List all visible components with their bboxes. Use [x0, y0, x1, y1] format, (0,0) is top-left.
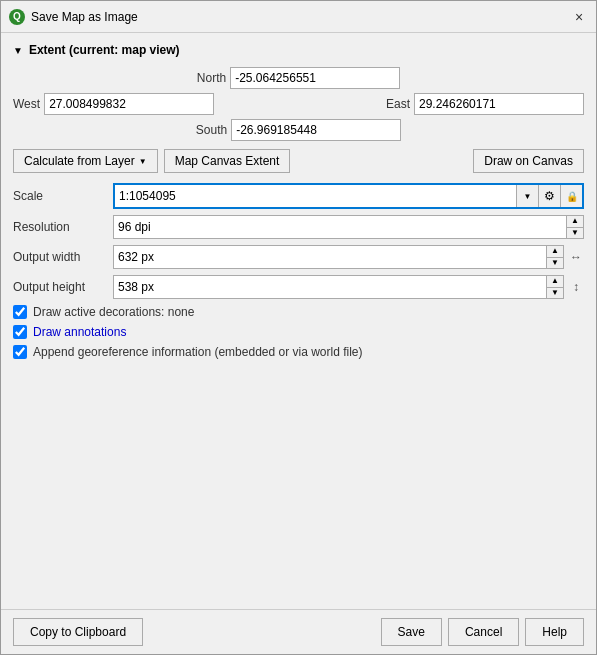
calculate-dropdown-arrow: ▼ — [139, 157, 147, 166]
output-height-up-button[interactable]: ▲ — [547, 276, 563, 287]
output-height-down-button[interactable]: ▼ — [547, 287, 563, 299]
scale-lock-button[interactable]: 🔒 — [560, 185, 582, 207]
east-label: East — [386, 97, 410, 111]
save-button[interactable]: Save — [381, 618, 442, 646]
extent-buttons-row: Calculate from Layer ▼ Map Canvas Extent… — [13, 149, 584, 173]
resolution-input[interactable] — [114, 216, 567, 238]
scale-row: Scale ▼ ⚙ 🔒 — [13, 183, 584, 209]
resolution-spinbox: ▲ ▼ — [113, 215, 584, 239]
output-width-down-button[interactable]: ▼ — [547, 257, 563, 269]
draw-decorations-row: Draw active decorations: none — [13, 305, 584, 319]
save-map-dialog: Q Save Map as Image × ▼ Extent (current:… — [0, 0, 597, 655]
app-icon: Q — [9, 9, 25, 25]
scale-extra-button[interactable]: ⚙ — [538, 185, 560, 207]
resolution-spin-buttons: ▲ ▼ — [567, 216, 583, 238]
dialog-content: ▼ Extent (current: map view) North West … — [1, 33, 596, 609]
resolution-down-button[interactable]: ▼ — [567, 227, 583, 239]
output-width-row: Output width ▲ ▼ ↔ — [13, 245, 584, 269]
output-height-input[interactable] — [114, 276, 547, 298]
scale-input[interactable] — [115, 185, 516, 207]
copy-clipboard-button[interactable]: Copy to Clipboard — [13, 618, 143, 646]
west-input[interactable] — [44, 93, 214, 115]
scale-dropdown-button[interactable]: ▼ — [516, 185, 538, 207]
west-group: West — [13, 93, 214, 115]
calculate-from-layer-button[interactable]: Calculate from Layer ▼ — [13, 149, 158, 173]
dialog-footer: Copy to Clipboard Save Cancel Help — [1, 609, 596, 654]
extent-section-header: ▼ Extent (current: map view) — [13, 43, 584, 57]
north-input[interactable] — [230, 67, 400, 89]
south-row: South — [13, 119, 584, 141]
dialog-title: Save Map as Image — [31, 10, 564, 24]
scale-label: Scale — [13, 189, 113, 203]
scale-dropdown-icon: ▼ — [524, 192, 532, 201]
output-height-label: Output height — [13, 280, 113, 294]
south-input[interactable] — [231, 119, 401, 141]
close-button[interactable]: × — [570, 8, 588, 26]
help-button[interactable]: Help — [525, 618, 584, 646]
draw-annotations-row: Draw annotations — [13, 325, 584, 339]
height-lock-icon[interactable]: ↕ — [568, 276, 584, 298]
west-label: West — [13, 97, 40, 111]
draw-on-canvas-button[interactable]: Draw on Canvas — [473, 149, 584, 173]
draw-decorations-label: Draw active decorations: none — [33, 305, 194, 319]
collapse-arrow[interactable]: ▼ — [13, 45, 23, 56]
output-width-input[interactable] — [114, 246, 547, 268]
output-width-label: Output width — [13, 250, 113, 264]
output-height-row: Output height ▲ ▼ ↕ — [13, 275, 584, 299]
append-georeference-checkbox[interactable] — [13, 345, 27, 359]
draw-decorations-checkbox[interactable] — [13, 305, 27, 319]
south-label: South — [196, 123, 227, 137]
cancel-button[interactable]: Cancel — [448, 618, 519, 646]
append-georeference-row: Append georeference information (embedde… — [13, 345, 584, 359]
resolution-row: Resolution ▲ ▼ — [13, 215, 584, 239]
scale-select-container: ▼ ⚙ 🔒 — [113, 183, 584, 209]
east-group: East — [386, 93, 584, 115]
west-east-row: West East — [13, 93, 584, 115]
scale-lock-icon: 🔒 — [566, 191, 578, 202]
east-input[interactable] — [414, 93, 584, 115]
resolution-up-button[interactable]: ▲ — [567, 216, 583, 227]
map-canvas-extent-button[interactable]: Map Canvas Extent — [164, 149, 291, 173]
draw-annotations-label: Draw annotations — [33, 325, 126, 339]
scale-gear-icon: ⚙ — [544, 189, 555, 203]
section-title: Extent (current: map view) — [29, 43, 180, 57]
title-bar: Q Save Map as Image × — [1, 1, 596, 33]
resolution-label: Resolution — [13, 220, 113, 234]
append-georeference-label: Append georeference information (embedde… — [33, 345, 363, 359]
output-height-spin-buttons: ▲ ▼ — [547, 276, 563, 298]
north-label: North — [197, 71, 226, 85]
output-width-up-button[interactable]: ▲ — [547, 246, 563, 257]
output-width-spin-buttons: ▲ ▼ — [547, 246, 563, 268]
width-lock-icon[interactable]: ↔ — [568, 246, 584, 268]
draw-annotations-checkbox[interactable] — [13, 325, 27, 339]
north-row: North — [13, 67, 584, 89]
